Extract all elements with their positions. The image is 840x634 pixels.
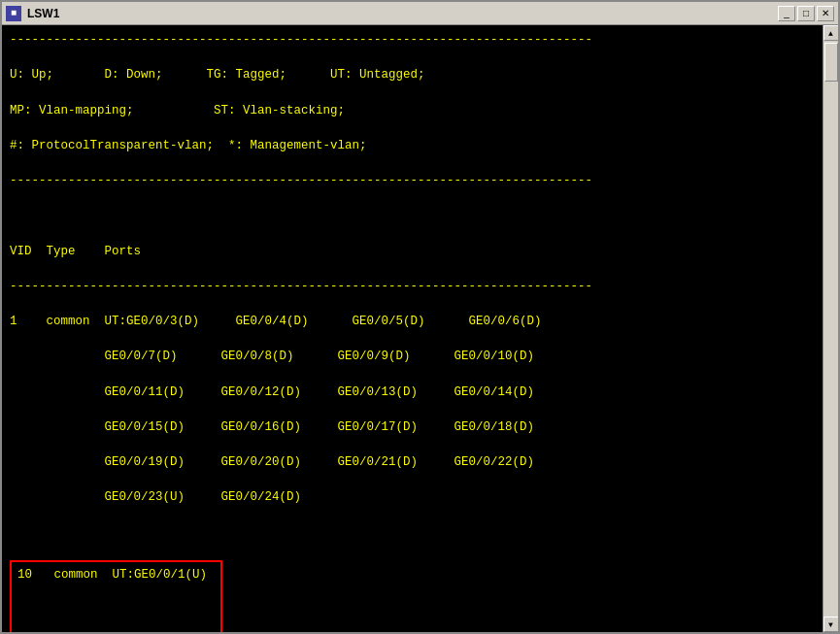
vlan1-row3: GE0/0/11(D) GE0/0/12(D) GE0/0/13(D) GE0/…: [10, 384, 815, 401]
red-box-wrapper: 10 common UT:GE0/0/1(U) TG:GE0/0/23(U) 2…: [10, 560, 222, 632]
close-button[interactable]: ✕: [817, 6, 834, 21]
separator-2: ----------------------------------------…: [10, 172, 815, 189]
legend-2: MP: Vlan-mapping; ST: Vlan-stacking;: [10, 102, 815, 119]
title-buttons: _ □ ✕: [778, 6, 834, 21]
blank-1: [10, 207, 815, 224]
minimize-button[interactable]: _: [778, 6, 795, 21]
separator-3: ----------------------------------------…: [10, 278, 815, 295]
title-bar: ■ LSW1 _ □ ✕: [2, 2, 838, 25]
vlan1-row1: 1 common UT:GE0/0/3(D) GE0/0/4(D) GE0/0/…: [10, 313, 815, 330]
vlan1-row4: GE0/0/15(D) GE0/0/16(D) GE0/0/17(D) GE0/…: [10, 418, 815, 436]
vlan10-row1: 10 common UT:GE0/0/1(U): [17, 566, 215, 584]
terminal-output: ----------------------------------------…: [2, 25, 823, 632]
maximize-button[interactable]: □: [797, 6, 815, 21]
title-bar-left: ■ LSW1: [6, 6, 59, 21]
legend-3: #: ProtocolTransparent-vlan; *: Manageme…: [10, 137, 815, 154]
scroll-thumb[interactable]: [824, 43, 838, 82]
scroll-down-button[interactable]: ▼: [823, 617, 839, 632]
blank-2: [10, 524, 815, 542]
vlan1-row2: GE0/0/7(D) GE0/0/8(D) GE0/0/9(D) GE0/0/1…: [10, 348, 815, 365]
window-title: LSW1: [27, 7, 59, 20]
scroll-up-button[interactable]: ▲: [823, 25, 839, 41]
separator-1: ----------------------------------------…: [10, 31, 815, 49]
vlan10-blank: [17, 601, 215, 618]
scroll-track: [823, 41, 838, 617]
main-window: ■ LSW1 _ □ ✕ ---------------------------…: [0, 0, 840, 634]
content-area: ----------------------------------------…: [2, 25, 838, 632]
legend-1: U: Up; D: Down; TG: Tagged; UT: Untagged…: [10, 66, 815, 83]
vlan1-row6: GE0/0/23(U) GE0/0/24(D): [10, 488, 815, 506]
scrollbar: ▲ ▼: [823, 25, 838, 632]
vlan1-row5: GE0/0/19(D) GE0/0/20(D) GE0/0/21(D) GE0/…: [10, 453, 815, 471]
table-header: VID Type Ports: [10, 243, 815, 260]
window-icon: ■: [6, 6, 21, 21]
